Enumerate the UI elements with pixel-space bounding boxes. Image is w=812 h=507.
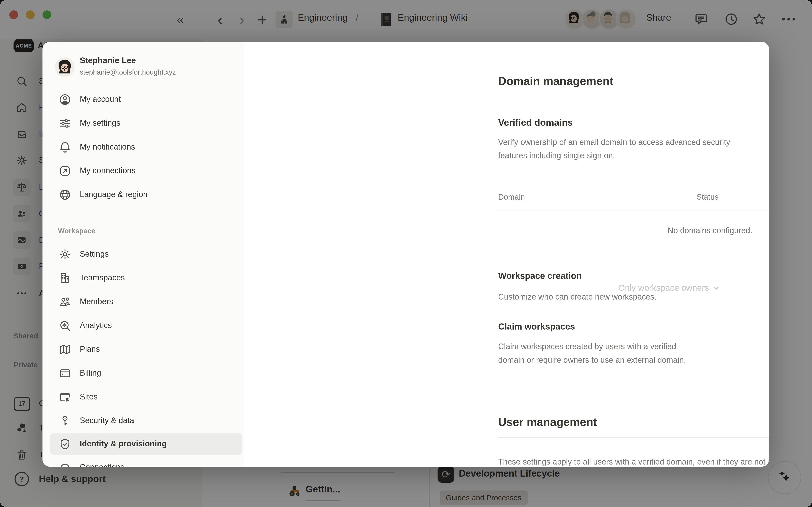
settings-content: Domain management Verified domains Verif… (245, 42, 769, 467)
shield-check-icon (58, 438, 71, 450)
members-icon (58, 295, 71, 308)
person-circle-icon (58, 93, 71, 106)
settings-dialog: Stephanie Lee stephanie@toolsforthought.… (43, 42, 769, 467)
gear-icon (58, 247, 71, 261)
globe-icon (58, 188, 71, 201)
column-header-domain: Domain (498, 192, 525, 201)
menu-item-sites[interactable]: Sites (50, 386, 242, 407)
menu-item-my-settings[interactable]: My settings (50, 113, 242, 133)
user-management-note: These settings apply to all users with a… (498, 457, 769, 467)
menu-item-my-connections[interactable]: My connections (50, 160, 242, 181)
user-management-heading: User management (498, 415, 597, 429)
menu-item-analytics[interactable]: Analytics (50, 315, 242, 336)
plug-icon (58, 461, 71, 467)
menu-item-my-account[interactable]: My account (50, 89, 242, 110)
user-avatar[interactable] (55, 57, 74, 77)
map-icon (58, 343, 71, 355)
user-name: Stephanie Lee (80, 56, 136, 65)
verified-domains-description: Verify ownership of an email domain to a… (498, 135, 730, 162)
sliders-icon (58, 117, 71, 129)
verified-domains-heading: Verified domains (498, 117, 573, 128)
claim-workspaces-description: Claim workspaces created by users with a… (498, 340, 686, 367)
workspace-creation-heading: Workspace creation (498, 271, 582, 281)
bell-icon (58, 140, 71, 153)
divider (498, 437, 769, 438)
menu-item-my-notifications[interactable]: My notifications (50, 137, 242, 157)
empty-table-message: No domains configured. (498, 226, 769, 235)
menu-item-identity-provisioning[interactable]: Identity & provisioning (50, 433, 242, 455)
settings-sidebar: Stephanie Lee stephanie@toolsforthought.… (43, 42, 245, 467)
key-icon (58, 414, 71, 427)
claim-workspaces-heading: Claim workspaces (498, 322, 575, 332)
table-header-border (498, 211, 769, 211)
menu-item-teamspaces[interactable]: Teamspaces (50, 268, 242, 288)
credit-card-icon (58, 367, 71, 379)
menu-item-plans[interactable]: Plans (50, 339, 242, 359)
menu-item-billing[interactable]: Billing (50, 363, 242, 383)
menu-item-security-data[interactable]: Security & data (50, 410, 242, 431)
menu-item-connections[interactable]: Connections (50, 457, 242, 467)
divider (498, 95, 769, 95)
analytics-icon (58, 319, 71, 332)
menu-item-language-region[interactable]: Language & region (50, 184, 242, 205)
user-email: stephanie@toolsforthought.xyz (80, 68, 176, 76)
table-top-border (498, 185, 769, 185)
column-header-status: Status (697, 192, 718, 201)
workspace-section-label: Workspace (58, 227, 95, 235)
page-title: Domain management (498, 74, 613, 88)
menu-item-members[interactable]: Members (50, 291, 242, 312)
buildings-icon (58, 271, 71, 284)
chevron-down-icon (713, 284, 720, 291)
workspace-creation-dropdown[interactable]: Only workspace owners (618, 283, 720, 293)
menu-item-workspace-settings[interactable]: Settings (50, 243, 242, 264)
sites-icon (58, 390, 71, 403)
arrow-out-icon (58, 164, 71, 177)
app-window: ACME ACME Search Home Inbox Settings (0, 0, 812, 507)
